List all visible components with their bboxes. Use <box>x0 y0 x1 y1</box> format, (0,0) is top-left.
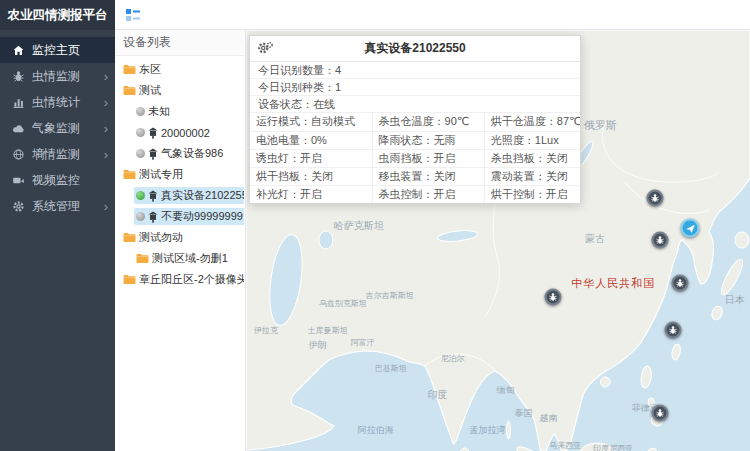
map-canvas[interactable]: 俄罗斯哈萨克斯坦蒙古中华人民共和国日本吉尔吉斯斯坦乌兹别克斯坦土库曼斯坦伊朗阿富… <box>246 30 750 451</box>
popup-grid-cell: 诱虫灯：开启 <box>250 149 372 167</box>
sidebar: 农业四情测报平台 监控主页虫情监测›虫情统计›气象监测›墒情监测›视频监控系统管… <box>0 0 115 451</box>
folder-icon <box>123 64 136 75</box>
tree-item[interactable]: 测试区域-勿删1 <box>116 248 244 269</box>
sidebar-item-5[interactable]: 视频监控 <box>0 167 115 193</box>
device-popup: 真实设备21022550 今日识别数量：4今日识别种类：1设备状态：在线 运行模… <box>249 35 581 204</box>
status-dot-online <box>136 191 145 200</box>
device-popup-title: 真实设备21022550 <box>364 40 465 57</box>
tree-item[interactable]: 测试 <box>116 80 244 101</box>
bug-icon <box>11 69 26 84</box>
tree-item[interactable]: 测试专用 <box>116 164 244 185</box>
popup-grid-cell: 运行模式：自动模式 <box>250 113 372 131</box>
chevron-right-icon: › <box>104 122 108 135</box>
tree-item-label: 真实设备21022550 <box>161 188 244 203</box>
bug-marker-icon <box>651 194 660 203</box>
sidebar-item-label: 墒情监测 <box>32 146 104 163</box>
tree-item-label: 测试专用 <box>139 167 183 182</box>
sidebar-item-label: 气象监测 <box>32 120 104 137</box>
bug-marker-icon <box>549 293 558 302</box>
sidebar-item-label: 虫情统计 <box>32 94 104 111</box>
device-marker[interactable] <box>647 190 664 207</box>
folder-icon <box>123 232 136 243</box>
status-dot-offline <box>136 212 145 221</box>
tree-item[interactable]: 气象设备986 <box>116 143 244 164</box>
device-popup-info: 今日识别数量：4今日识别种类：1设备状态：在线 <box>250 62 580 113</box>
popup-grid-cell: 光照度：1Lux <box>484 131 580 149</box>
device-tree: 东区测试未知20000002气象设备986测试专用真实设备21022550不要动… <box>115 56 245 293</box>
bug-marker-icon <box>656 409 665 418</box>
device-marker[interactable] <box>652 405 669 422</box>
chevron-right-icon: › <box>104 200 108 213</box>
weather-icon <box>11 121 26 136</box>
device-popup-header: 真实设备21022550 <box>250 36 580 62</box>
status-dot-offline <box>136 128 145 137</box>
sidebar-item-label: 视频监控 <box>32 172 108 189</box>
sidebar-item-label: 系统管理 <box>32 198 104 215</box>
unknown-device-icon <box>136 107 145 116</box>
chevron-right-icon: › <box>104 96 108 109</box>
tree-item[interactable]: 章丘阳丘区-2个摄像头 <box>116 269 244 290</box>
tree-item-label: 章丘阳丘区-2个摄像头 <box>139 272 244 287</box>
device-icon <box>148 148 158 160</box>
tree-item[interactable]: 20000002 <box>116 122 244 143</box>
popup-grid-cell: 补光灯：开启 <box>250 185 372 203</box>
tree-item[interactable]: 真实设备21022550 <box>116 185 244 206</box>
sidebar-item-1[interactable]: 虫情监测› <box>0 63 115 89</box>
device-marker[interactable] <box>665 321 682 338</box>
cluster-marker[interactable] <box>681 219 700 238</box>
tree-item[interactable]: 测试勿动 <box>116 227 244 248</box>
sidebar-item-4[interactable]: 墒情监测› <box>0 141 115 167</box>
popup-grid-row: 诱虫灯：开启虫雨挡板：开启杀虫挡板：关闭 <box>250 149 580 167</box>
device-icon <box>148 211 158 223</box>
device-marker[interactable] <box>545 289 562 306</box>
popup-grid-row: 电池电量：0%降雨状态：无雨光照度：1Lux <box>250 131 580 149</box>
device-marker[interactable] <box>672 275 689 292</box>
sidebar-item-6[interactable]: 系统管理› <box>0 193 115 219</box>
popup-grid-row: 运行模式：自动模式杀虫仓温度：90℃烘干仓温度：87℃ <box>250 113 580 131</box>
chart-icon <box>11 95 26 110</box>
gear-icon <box>11 199 26 214</box>
tree-item-label: 测试区域-勿删1 <box>152 251 228 266</box>
layout-toggle-icon[interactable] <box>125 7 141 23</box>
tree-item-label: 测试 <box>139 83 161 98</box>
popup-grid-cell: 杀虫控制：开启 <box>372 185 484 203</box>
device-panel-title: 设备列表 <box>115 30 245 56</box>
sidebar-item-0[interactable]: 监控主页 <box>0 37 115 63</box>
app-title: 农业四情测报平台 <box>0 0 115 30</box>
chevron-right-icon: › <box>104 70 108 83</box>
tree-item-label: 测试勿动 <box>139 230 183 245</box>
sidebar-menu: 监控主页虫情监测›虫情统计›气象监测›墒情监测›视频监控系统管理› <box>0 30 115 219</box>
tree-item-label: 东区 <box>139 62 161 77</box>
tree-item[interactable]: 未知 <box>116 101 244 122</box>
main-area: 设备列表 东区测试未知20000002气象设备986测试专用真实设备210225… <box>115 0 750 451</box>
content: 设备列表 东区测试未知20000002气象设备986测试专用真实设备210225… <box>115 30 750 451</box>
popup-grid-row: 补光灯：开启杀虫控制：开启烘干控制：开启 <box>250 185 580 203</box>
popup-grid-cell: 电池电量：0% <box>250 131 372 149</box>
folder-icon <box>123 85 136 96</box>
popup-info-row: 今日识别种类：1 <box>250 79 580 96</box>
tree-item-label: 不要动99999999 <box>161 209 243 224</box>
tree-item-label: 未知 <box>148 104 170 119</box>
folder-icon <box>123 169 136 180</box>
chevron-right-icon: › <box>104 148 108 161</box>
plane-marker-icon <box>685 223 695 233</box>
device-icon <box>148 127 158 139</box>
sidebar-item-label: 虫情监测 <box>32 68 104 85</box>
popup-info-row: 今日识别数量：4 <box>250 62 580 79</box>
device-panel: 设备列表 东区测试未知20000002气象设备986测试专用真实设备210225… <box>115 30 246 451</box>
bug-marker-icon <box>676 279 685 288</box>
popup-grid-cell: 降雨状态：无雨 <box>372 131 484 149</box>
settings-gears-icon[interactable] <box>257 41 273 55</box>
folder-icon <box>123 274 136 285</box>
popup-info-row: 设备状态：在线 <box>250 96 580 113</box>
device-marker[interactable] <box>652 232 669 249</box>
tree-item-label: 20000002 <box>161 127 210 139</box>
sidebar-item-3[interactable]: 气象监测› <box>0 115 115 141</box>
popup-grid-cell: 杀虫仓温度：90℃ <box>372 113 484 131</box>
device-icon <box>148 190 158 202</box>
popup-grid-cell: 烘干仓温度：87℃ <box>484 113 580 131</box>
sidebar-item-2[interactable]: 虫情统计› <box>0 89 115 115</box>
tree-item[interactable]: 东区 <box>116 59 244 80</box>
app-root: 农业四情测报平台 监控主页虫情监测›虫情统计›气象监测›墒情监测›视频监控系统管… <box>0 0 750 451</box>
tree-item[interactable]: 不要动99999999 <box>116 206 244 227</box>
